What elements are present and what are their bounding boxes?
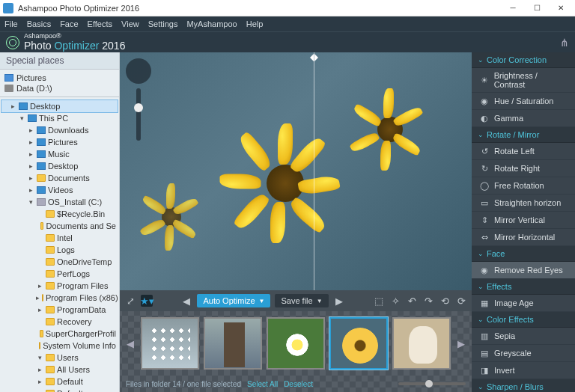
tree-node[interactable]: System Volume Info: [1, 340, 118, 352]
special-place-item[interactable]: Data (D:\): [4, 83, 115, 94]
panel-item[interactable]: ⇕Mirror Vertical: [472, 212, 575, 229]
tree-node[interactable]: ▸ All Users: [1, 364, 118, 376]
thumbnail[interactable]: [329, 317, 388, 370]
tree-node[interactable]: ▸ProgramData: [1, 304, 118, 316]
tree-node[interactable]: Recovery: [1, 316, 118, 328]
maximize-button[interactable]: ☐: [526, 1, 548, 15]
image-preview[interactable]: [120, 52, 472, 290]
thumbnail-zoom-slider[interactable]: [398, 382, 466, 385]
save-file-button[interactable]: Save file▼: [275, 294, 328, 307]
tree-node[interactable]: ▸Videos: [1, 184, 118, 196]
tree-node[interactable]: $Recycle.Bin: [1, 208, 118, 220]
menu-face[interactable]: Face: [60, 19, 78, 28]
select-all-button[interactable]: Select All: [247, 380, 278, 388]
caret-icon[interactable]: ▾: [36, 352, 43, 364]
pan-control[interactable]: [126, 58, 151, 84]
caret-icon[interactable]: ▸: [27, 160, 34, 172]
share-icon[interactable]: ⋔: [560, 37, 569, 49]
panel-item[interactable]: ▭Straighten horizon: [472, 195, 575, 212]
caret-icon[interactable]: ▸: [36, 376, 43, 388]
thumb-next-icon[interactable]: ▶: [455, 337, 467, 349]
panel-item[interactable]: ▤Greyscale: [472, 345, 575, 362]
thumbnail[interactable]: [267, 317, 325, 370]
tree-node[interactable]: SuperChargerProfil: [1, 328, 118, 340]
caret-icon[interactable]: ▸: [27, 136, 34, 148]
tree-node[interactable]: PerfLogs: [1, 268, 118, 280]
panel-item[interactable]: ◐Gamma: [472, 110, 575, 127]
panel-item[interactable]: ◯Free Rotation: [472, 177, 575, 195]
selection-tool-icon[interactable]: ⬚: [373, 295, 385, 307]
caret-icon[interactable]: ▸: [27, 184, 34, 196]
thumb-prev-icon[interactable]: ◀: [124, 337, 136, 349]
zoom-control[interactable]: [136, 88, 141, 141]
tree-node[interactable]: ▸ Default: [1, 388, 118, 392]
caret-icon[interactable]: ▸: [27, 172, 34, 184]
auto-optimize-button[interactable]: Auto Optimize▼: [197, 294, 270, 307]
tree-node[interactable]: Logs: [1, 244, 118, 256]
tree-node[interactable]: ▸Documents: [1, 172, 118, 184]
caret-icon[interactable]: ▸: [27, 148, 34, 160]
panel-header[interactable]: ⌄Rotate / Mirror: [472, 127, 575, 143]
caret-icon[interactable]: ▸: [36, 364, 43, 376]
panel-item[interactable]: ▥Sepia: [472, 328, 575, 345]
thumbnail[interactable]: [392, 317, 451, 370]
caret-icon[interactable]: ▸: [36, 304, 43, 316]
caret-icon[interactable]: ▾: [27, 196, 34, 208]
undo-icon[interactable]: ↶: [406, 295, 418, 307]
menu-basics[interactable]: Basics: [27, 19, 51, 28]
panel-item[interactable]: ▦Image Age: [472, 295, 575, 312]
caret-icon[interactable]: ▾: [18, 112, 25, 124]
menu-help[interactable]: Help: [246, 19, 264, 28]
tree-node[interactable]: Documents and Se: [1, 220, 118, 232]
special-place-item[interactable]: Pictures: [4, 73, 115, 83]
tree-node[interactable]: OneDriveTemp: [1, 256, 118, 268]
tree-node[interactable]: ▾Users: [1, 352, 118, 364]
panel-header[interactable]: ⌄Effects: [472, 279, 575, 295]
tree-node[interactable]: ▸Desktop: [1, 160, 118, 172]
menu-file[interactable]: File: [4, 19, 18, 28]
panel-header[interactable]: ⌄Color Correction: [472, 52, 575, 68]
panel-item[interactable]: ↺Rotate Left: [472, 143, 575, 160]
panel-header[interactable]: ⌄Color Effects: [472, 312, 575, 328]
compare-slider[interactable]: [314, 52, 314, 290]
panel-item[interactable]: ☀Brightness / Contrast: [472, 68, 575, 93]
fullscreen-icon[interactable]: ⤢: [124, 295, 136, 307]
panel-header[interactable]: ⌄Sharpen / Blurs: [472, 379, 575, 392]
caret-icon[interactable]: ▸: [36, 292, 40, 304]
caret-icon[interactable]: ▸: [27, 124, 34, 136]
undo-all-icon[interactable]: ⟲: [439, 295, 451, 307]
menu-myashampoo[interactable]: MyAshampoo: [186, 19, 237, 28]
favorite-icon[interactable]: ★▾: [141, 295, 153, 307]
redo-all-icon[interactable]: ⟳: [455, 295, 467, 307]
minimize-button[interactable]: ─: [502, 1, 524, 15]
magic-wand-icon[interactable]: ✧: [389, 295, 401, 307]
caret-icon[interactable]: ▸: [36, 280, 43, 292]
tree-node[interactable]: ▾OS_Install (C:): [1, 196, 118, 208]
panel-item[interactable]: ◨Invert: [472, 362, 575, 379]
tree-node[interactable]: ▸Desktop: [1, 100, 118, 112]
deselect-button[interactable]: Deselect: [284, 380, 313, 388]
caret-icon[interactable]: ▸: [9, 100, 16, 112]
tree-node[interactable]: ▸Pictures: [1, 136, 118, 148]
close-button[interactable]: ✕: [550, 1, 572, 15]
tree-node[interactable]: Intel: [1, 232, 118, 244]
caret-icon[interactable]: ▸: [36, 388, 43, 392]
thumbnail[interactable]: [141, 317, 199, 370]
tree-node[interactable]: ▸Music: [1, 148, 118, 160]
panel-item[interactable]: ◉Hue / Saturation: [472, 93, 575, 110]
tree-node[interactable]: ▸ Default: [1, 376, 118, 388]
menu-view[interactable]: View: [121, 19, 139, 28]
prev-image-icon[interactable]: ◀: [180, 295, 192, 307]
folder-tree[interactable]: ▸Desktop▾This PC▸Downloads▸Pictures▸Musi…: [0, 97, 119, 392]
tree-node[interactable]: ▸Program Files: [1, 280, 118, 292]
menu-effects[interactable]: Effects: [88, 19, 112, 28]
next-image-icon[interactable]: ▶: [333, 295, 345, 307]
panel-item[interactable]: ◉Remove Red Eyes: [472, 262, 575, 279]
tree-node[interactable]: ▸Downloads: [1, 124, 118, 136]
panel-item[interactable]: ↻Rotate Right: [472, 160, 575, 177]
tree-node[interactable]: ▸Program Files (x86): [1, 292, 118, 304]
tree-node[interactable]: ▾This PC: [1, 112, 118, 124]
thumbnail[interactable]: [204, 317, 262, 370]
panel-header[interactable]: ⌄Face: [472, 246, 575, 262]
menu-settings[interactable]: Settings: [148, 19, 178, 28]
